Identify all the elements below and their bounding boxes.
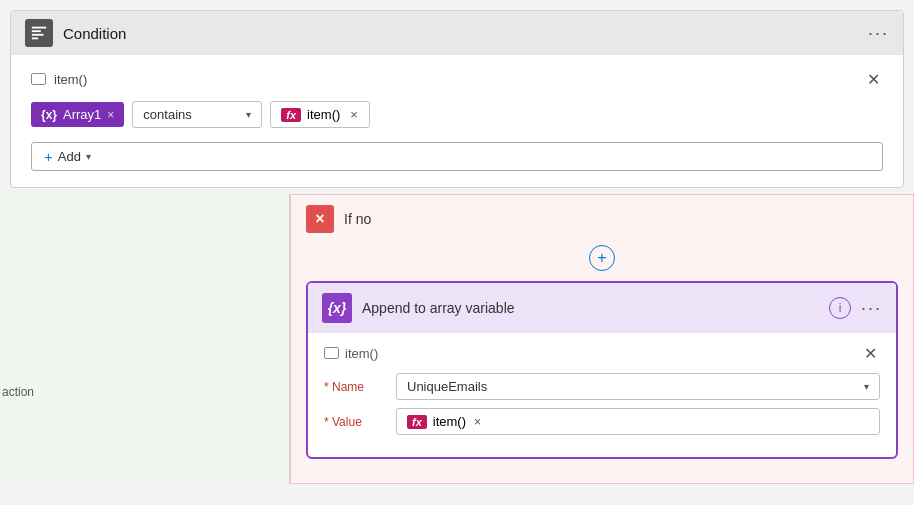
- append-item-text: item(): [345, 346, 378, 361]
- condition-body: item() ✕ {x} Array1 × contains ▾ fx item…: [11, 55, 903, 187]
- append-item-label: item(): [324, 346, 378, 361]
- operator-dropdown[interactable]: contains ▾: [132, 101, 262, 128]
- value-chip-close[interactable]: ×: [474, 415, 481, 429]
- append-header-left: {x} Append to array variable: [322, 293, 515, 323]
- append-card-title: Append to array variable: [362, 300, 515, 316]
- append-close-button[interactable]: ✕: [860, 343, 880, 363]
- action-label: action: [2, 385, 34, 399]
- condition-close-button[interactable]: ✕: [863, 69, 883, 89]
- name-field-label: * Name: [324, 380, 384, 394]
- condition-item-label: item(): [31, 72, 87, 87]
- add-action-button[interactable]: +: [589, 245, 615, 271]
- if-no-title: If no: [344, 211, 371, 227]
- array1-chip-label: Array1: [63, 107, 101, 122]
- append-header-right: i ···: [829, 297, 882, 319]
- plus-icon: +: [44, 148, 53, 165]
- condition-title: Condition: [63, 25, 126, 42]
- fx-chip-close[interactable]: ×: [350, 107, 358, 122]
- item-label-text: item(): [54, 72, 87, 87]
- if-no-icon: ×: [306, 205, 334, 233]
- fx-chip-label: item(): [307, 107, 340, 122]
- array1-chip-icon: {x}: [41, 108, 57, 122]
- add-chevron-icon: ▾: [86, 151, 91, 162]
- condition-item-row: item() ✕: [31, 69, 883, 89]
- condition-header: Condition ···: [11, 11, 903, 55]
- append-card-body: item() ✕ * Name UniqueEmails ▾ * Value f…: [308, 333, 896, 457]
- condition-more-options[interactable]: ···: [868, 23, 889, 44]
- array1-chip: {x} Array1 ×: [31, 102, 124, 127]
- condition-card: Condition ··· item() ✕ {x} Array1 × cont…: [10, 10, 904, 188]
- append-card-header: {x} Append to array variable i ···: [308, 283, 896, 333]
- svg-rect-0: [32, 27, 46, 29]
- name-field-row: * Name UniqueEmails ▾: [324, 373, 880, 400]
- name-input-chevron: ▾: [864, 381, 869, 392]
- array1-chip-close[interactable]: ×: [107, 108, 114, 122]
- if-yes-section: action: [0, 194, 290, 484]
- if-no-header: × If no: [306, 205, 898, 233]
- condition-expression-row: {x} Array1 × contains ▾ fx item() ×: [31, 101, 883, 128]
- operator-label: contains: [143, 107, 191, 122]
- svg-rect-2: [32, 34, 44, 36]
- value-fx-badge: fx: [407, 415, 427, 429]
- svg-rect-3: [32, 38, 38, 40]
- add-button-row: + Add ▾: [31, 142, 883, 171]
- condition-header-left: Condition: [25, 19, 126, 47]
- bottom-section: action × If no + {x} Append to array var…: [0, 194, 914, 484]
- condition-icon: [25, 19, 53, 47]
- append-more-options[interactable]: ···: [861, 298, 882, 319]
- value-chip-label: item(): [433, 414, 466, 429]
- item-fx-chip: fx item() ×: [270, 101, 370, 128]
- name-input-value: UniqueEmails: [407, 379, 487, 394]
- add-button[interactable]: + Add ▾: [31, 142, 883, 171]
- value-input[interactable]: fx item() ×: [396, 408, 880, 435]
- chevron-down-icon: ▾: [246, 109, 251, 120]
- name-input[interactable]: UniqueEmails ▾: [396, 373, 880, 400]
- info-button[interactable]: i: [829, 297, 851, 319]
- append-item-row: item() ✕: [324, 343, 880, 363]
- append-card: {x} Append to array variable i ··· item(…: [306, 281, 898, 459]
- svg-rect-1: [32, 30, 41, 32]
- value-field-row: * Value fx item() ×: [324, 408, 880, 435]
- append-card-icon: {x}: [322, 293, 352, 323]
- message-icon: [31, 73, 46, 85]
- if-no-section: × If no + {x} Append to array variable i…: [290, 194, 914, 484]
- add-label: Add: [58, 149, 81, 164]
- fx-badge: fx: [281, 108, 301, 122]
- append-message-icon: [324, 347, 339, 359]
- value-field-label: * Value: [324, 415, 384, 429]
